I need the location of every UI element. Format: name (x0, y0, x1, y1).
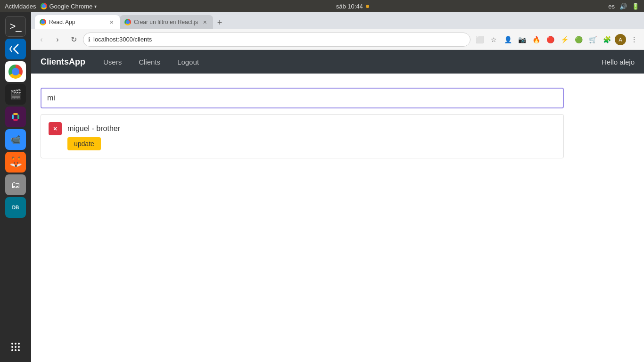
svg-rect-0 (12, 115, 14, 119)
update-client-button[interactable]: update (67, 137, 101, 150)
delete-client-button[interactable]: × (49, 122, 62, 135)
lang-label: es (608, 3, 615, 10)
terminal-icon[interactable]: >_ (5, 16, 26, 37)
tab-react-app[interactable]: React App ✕ (35, 15, 120, 29)
fire-icon[interactable]: 🔥 (530, 33, 542, 46)
os-app-name: Google Chrome (49, 3, 92, 10)
svg-point-5 (15, 343, 17, 345)
screen-capture-icon[interactable]: ⬜ (473, 33, 486, 46)
svg-point-8 (15, 346, 17, 348)
speaker-icon: 🔊 (619, 3, 627, 10)
os-topbar: Actividades Google Chrome ▾ sáb 10:44 es… (0, 0, 644, 12)
sidebar-bottom (5, 337, 26, 357)
datetime-label: sáb 10:44 (336, 3, 363, 10)
update-button-row: update (49, 135, 556, 150)
address-text: localhost:3000/clients (93, 36, 152, 43)
bookmark-star-icon[interactable]: ☆ (487, 33, 500, 46)
profile-avatar[interactable]: A (615, 34, 626, 45)
svg-point-7 (11, 346, 13, 348)
menu-icon[interactable]: ⋮ (628, 33, 640, 46)
svg-rect-2 (13, 113, 18, 115)
vscode-icon[interactable] (5, 39, 26, 59)
tab-favicon-react (40, 19, 46, 25)
mysql-icon[interactable]: DB (5, 197, 26, 218)
browser-toolbar-icons: ⬜ ☆ 👤 📷 🔥 🔴 ⚡ 🟢 🛒 🧩 A ⋮ (473, 33, 640, 46)
os-app-label: Google Chrome ▾ (41, 3, 97, 10)
new-tab-button[interactable]: + (213, 16, 226, 29)
refresh-button[interactable]: ↻ (67, 33, 80, 46)
lightning-icon[interactable]: ⚡ (558, 33, 570, 46)
tab-title-react: React App (49, 19, 75, 25)
svg-point-11 (15, 349, 17, 351)
tab-favicon-article (124, 19, 131, 25)
app-content: ClientsApp Users Clients Logout Hello al… (31, 50, 644, 362)
nav-logout-link[interactable]: Logout (173, 56, 203, 68)
nav-users-link[interactable]: Users (99, 56, 125, 68)
chrome-small-icon (41, 3, 47, 9)
activities-label[interactable]: Actividades (5, 3, 36, 10)
nav-clients-link[interactable]: Clients (135, 56, 164, 68)
results-container: × miguel - brother update (41, 114, 564, 158)
svg-point-12 (18, 349, 20, 351)
tab-article[interactable]: Crear un filtro en React.js ✕ (120, 15, 213, 29)
clapperboard-icon[interactable]: 🎬 (5, 84, 26, 105)
dropdown-arrow-icon: ▾ (94, 4, 97, 9)
zoom-icon[interactable]: 📹 (5, 129, 26, 150)
apps-grid-icon[interactable] (5, 337, 26, 357)
browser-tabs-bar: React App ✕ Crear un filtro en React.js … (31, 12, 644, 29)
secure-icon: ℹ (88, 36, 91, 43)
browser-window: React App ✕ Crear un filtro en React.js … (31, 12, 644, 362)
extension-icon[interactable]: 🟢 (572, 33, 585, 46)
svg-point-9 (18, 346, 20, 348)
slack-icon[interactable] (5, 107, 26, 127)
app-brand: ClientsApp (41, 57, 85, 67)
battery-icon: 🔋 (632, 3, 639, 10)
chrome-dock-icon[interactable] (5, 61, 26, 82)
os-topbar-center: sáb 10:44 (336, 3, 369, 10)
tab-title-article: Crear un filtro en React.js (134, 19, 198, 25)
app-navbar: ClientsApp Users Clients Logout Hello al… (31, 50, 644, 74)
tab-close-react[interactable]: ✕ (107, 18, 115, 26)
os-sidebar: >_ 🎬 📹 🦊 🗂 DB (0, 12, 31, 362)
files-icon[interactable]: 🗂 (5, 174, 26, 195)
tab-close-article[interactable]: ✕ (201, 18, 208, 26)
svg-rect-3 (13, 119, 18, 121)
forward-button[interactable]: › (51, 33, 64, 46)
app-main: × miguel - brother update (31, 74, 644, 173)
search-input[interactable] (41, 88, 564, 108)
lastpass-icon[interactable]: 🔴 (544, 33, 556, 46)
os-topbar-right: es 🔊 🔋 (608, 3, 639, 10)
camera-icon[interactable]: 📷 (516, 33, 528, 46)
greeting-text: Hello alejo (602, 58, 635, 66)
back-button[interactable]: ‹ (35, 33, 48, 46)
browser-controls-bar: ‹ › ↻ ℹ localhost:3000/clients ⬜ ☆ 👤 📷 🔥… (31, 29, 644, 50)
recording-indicator (366, 5, 369, 8)
address-bar[interactable]: ℹ localhost:3000/clients (83, 33, 471, 47)
puzzle-icon[interactable]: 🧩 (601, 33, 613, 46)
client-name: miguel - brother (67, 122, 120, 135)
svg-rect-1 (17, 115, 19, 119)
firefox-icon[interactable]: 🦊 (5, 152, 26, 173)
svg-point-6 (18, 343, 20, 345)
svg-point-4 (11, 343, 13, 345)
shopping-icon[interactable]: 🛒 (586, 33, 599, 46)
result-item: × miguel - brother (49, 122, 556, 135)
account-icon[interactable]: 👤 (502, 33, 514, 46)
svg-point-10 (11, 349, 13, 351)
